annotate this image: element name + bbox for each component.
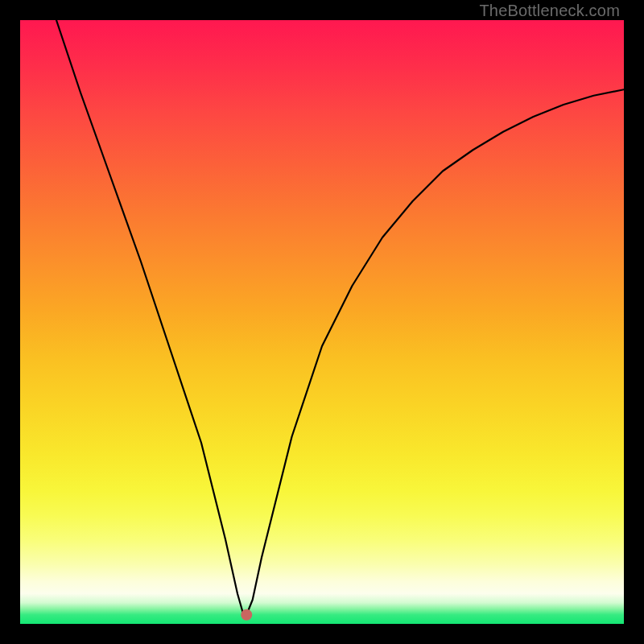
plot-area <box>20 20 624 624</box>
chart-svg <box>20 20 624 624</box>
watermark-text: TheBottleneck.com <box>479 2 620 20</box>
curve-line <box>56 20 624 615</box>
chart-frame: TheBottleneck.com <box>0 0 644 644</box>
minimum-marker <box>241 609 252 621</box>
